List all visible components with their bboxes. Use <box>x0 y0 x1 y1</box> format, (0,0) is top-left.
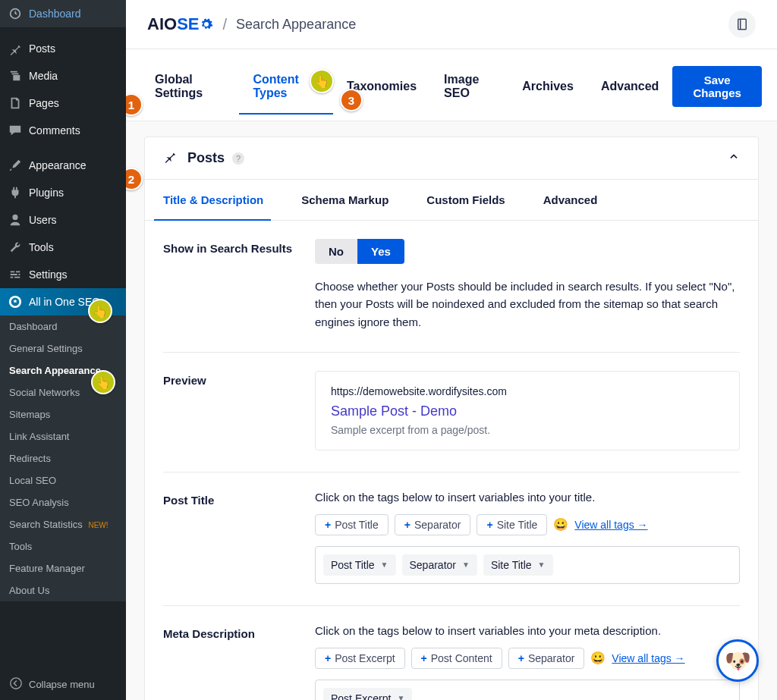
submenu-local-seo[interactable]: Local SEO <box>0 469 126 491</box>
tutorial-cursor-2: 👆 <box>91 370 115 394</box>
chip-label: Post Title <box>331 559 375 571</box>
submenu-general[interactable]: General Settings <box>0 337 126 359</box>
menu-label: Settings <box>29 268 68 281</box>
menu-label: Media <box>29 70 58 82</box>
submenu-seo-analysis[interactable]: SEO Analysis <box>0 491 126 513</box>
row-label: Preview <box>163 371 315 450</box>
subtab-schema[interactable]: Schema Markup <box>301 180 405 220</box>
aioseo-logo: AIOSE <box>147 14 213 34</box>
tutorial-marker-3: 3 <box>340 89 363 111</box>
menu-label: Posts <box>29 42 55 55</box>
submenu-feature-manager[interactable]: Feature Manager <box>0 557 126 579</box>
posts-card-header[interactable]: Posts ? <box>145 137 758 180</box>
help-icon[interactable]: ? <box>232 152 244 165</box>
save-changes-button[interactable]: Save Changes <box>672 66 762 107</box>
value-chip[interactable]: Post Title▼ <box>323 554 396 576</box>
menu-label: Appearance <box>29 159 87 171</box>
add-chip-site-title[interactable]: +Site Title <box>477 514 547 535</box>
value-chip[interactable]: Post Excerpt▼ <box>323 688 412 700</box>
toggle-yes[interactable]: Yes <box>357 239 404 264</box>
menu-settings[interactable]: Settings <box>0 261 126 288</box>
menu-media[interactable]: Media <box>0 62 126 89</box>
main-content: AIOSE / Search Appearance Global Setting… <box>126 0 777 700</box>
wrench-icon <box>8 240 23 255</box>
logo-text-a: AIO <box>147 14 177 34</box>
menu-label: Pages <box>29 97 59 109</box>
menu-tools[interactable]: Tools <box>0 234 126 261</box>
add-chip-separator[interactable]: +Separator <box>395 514 471 535</box>
pin-icon <box>8 41 23 56</box>
submenu-link-assistant[interactable]: Link Assistant <box>0 425 126 447</box>
tabs-row: Global Settings Content Types Taxonomies… <box>126 49 777 121</box>
submenu-label: Search Statistics <box>9 519 83 530</box>
submenu-search-stats[interactable]: Search Statistics NEW! <box>0 513 126 535</box>
subtab-title-description[interactable]: Title & Description <box>163 180 280 220</box>
submenu-about[interactable]: About Us <box>0 579 126 601</box>
menu-label: Comments <box>29 124 80 137</box>
svg-point-0 <box>9 296 21 308</box>
menu-aioseo[interactable]: All in One SEO 👆 <box>0 288 126 315</box>
row-label: Show in Search Results <box>163 239 315 331</box>
logo-text-b: SE <box>177 14 199 34</box>
chip-label: Separator <box>528 652 574 664</box>
add-chip-separator[interactable]: +Separator <box>508 648 585 669</box>
tab-archives[interactable]: Archives <box>508 80 587 107</box>
page-title: Search Appearance <box>236 17 356 33</box>
pin-icon <box>163 149 177 167</box>
collapse-icon <box>9 676 23 692</box>
meta-description-input[interactable]: Post Excerpt▼ <box>315 680 740 700</box>
view-all-tags-link[interactable]: View all tags → <box>612 652 684 664</box>
submenu-redirects[interactable]: Redirects <box>0 447 126 469</box>
row-show-in-search: Show in Search Results No Yes Choose whe… <box>163 239 740 353</box>
menu-comments[interactable]: Comments <box>0 117 126 144</box>
subtab-advanced[interactable]: Advanced <box>543 180 615 220</box>
dashboard-icon <box>8 6 23 21</box>
chip-label: Site Title <box>497 519 538 531</box>
chip-label: Post Content <box>431 652 492 664</box>
collapse-menu[interactable]: Collapse menu <box>0 669 126 700</box>
menu-dashboard[interactable]: Dashboard <box>0 0 126 27</box>
emoji-picker-button[interactable]: 😀 <box>590 651 606 665</box>
breadcrumb-separator: / <box>222 16 227 33</box>
add-chip-post-content[interactable]: +Post Content <box>411 648 502 669</box>
view-all-tags-link[interactable]: View all tags → <box>574 519 647 531</box>
toggle-no[interactable]: No <box>315 239 357 264</box>
sliders-icon <box>8 267 23 282</box>
support-chat-button[interactable]: 🐶 <box>716 639 759 682</box>
posts-card: Posts ? Title & Description Schema Marku… <box>144 137 759 700</box>
value-chip[interactable]: Site Title▼ <box>483 554 553 576</box>
tab-image-seo[interactable]: Image SEO <box>430 73 508 114</box>
search-preview: https://demowebsite.wordifysites.com Sam… <box>315 371 740 450</box>
tab-advanced[interactable]: Advanced <box>587 80 672 107</box>
post-title-input[interactable]: Post Title▼ Separator▼ Site Title▼ <box>315 546 740 584</box>
menu-posts[interactable]: Posts <box>0 35 126 62</box>
row-meta-description: Meta Description Click on the tags below… <box>163 624 740 700</box>
page-header: AIOSE / Search Appearance <box>126 0 777 49</box>
header-docs-button[interactable] <box>728 11 756 38</box>
new-badge: NEW! <box>88 521 108 529</box>
brush-icon <box>8 158 23 173</box>
chevron-down-icon: ▼ <box>538 560 546 569</box>
emoji-picker-button[interactable]: 😀 <box>553 517 568 532</box>
user-icon <box>8 212 23 228</box>
aioseo-submenu: Dashboard General Settings Search Appear… <box>0 315 126 601</box>
menu-users[interactable]: Users <box>0 206 126 234</box>
meta-add-chips: +Post Excerpt +Post Content +Separator 😀… <box>315 648 740 669</box>
menu-plugins[interactable]: Plugins <box>0 179 126 206</box>
tab-global-settings[interactable]: Global Settings <box>141 73 239 114</box>
row-hint: Click on the tags below to insert variab… <box>315 624 740 637</box>
collapse-label: Collapse menu <box>29 679 95 690</box>
menu-appearance[interactable]: Appearance <box>0 152 126 179</box>
value-chip[interactable]: Separator▼ <box>402 554 477 576</box>
svg-point-1 <box>11 678 21 689</box>
submenu-tools[interactable]: Tools <box>0 535 126 557</box>
chip-label: Site Title <box>491 559 532 571</box>
add-chip-post-excerpt[interactable]: +Post Excerpt <box>315 648 405 669</box>
tutorial-cursor-3: 👆 <box>310 69 334 93</box>
card-title: Posts <box>187 150 225 166</box>
add-chip-post-title[interactable]: +Post Title <box>315 514 388 535</box>
submenu-sitemaps[interactable]: Sitemaps <box>0 403 126 425</box>
menu-pages[interactable]: Pages <box>0 89 126 117</box>
subtab-custom-fields[interactable]: Custom Fields <box>426 180 521 220</box>
pages-icon <box>8 96 23 111</box>
